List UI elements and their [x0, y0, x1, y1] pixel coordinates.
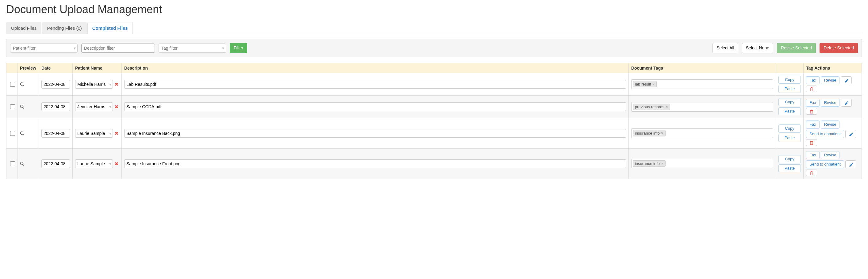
paste-button[interactable]: Paste — [778, 85, 801, 93]
magnifier-icon[interactable] — [20, 131, 36, 135]
date-input[interactable] — [41, 159, 70, 168]
delete-button[interactable] — [806, 139, 817, 146]
remove-tag-icon[interactable]: × — [661, 131, 663, 135]
table-row: ▾ ✖ insurance info × Copy Paste Fax Revi… — [6, 118, 862, 148]
clear-patient-icon[interactable]: ✖ — [114, 131, 119, 136]
table-row: ▾ ✖ previous records × Copy Paste Fax Re… — [6, 95, 862, 118]
patient-filter-input[interactable] — [10, 43, 78, 53]
tag-field[interactable]: previous records × — [631, 102, 773, 112]
chevron-down-icon: ▾ — [109, 161, 111, 166]
delete-selected-button[interactable]: Delete Selected — [819, 43, 858, 53]
select-all-button[interactable]: Select All — [713, 43, 738, 53]
revise-button[interactable]: Revise — [821, 121, 840, 128]
edit-button[interactable] — [841, 99, 852, 107]
tag-label: insurance info — [635, 161, 660, 166]
description-input[interactable] — [124, 80, 626, 89]
magnifier-icon[interactable] — [20, 104, 36, 109]
trash-icon — [809, 141, 814, 145]
edit-button[interactable] — [841, 76, 852, 84]
copy-button[interactable]: Copy — [778, 155, 801, 163]
delete-button[interactable] — [806, 108, 817, 115]
tag-field[interactable]: insurance info × — [631, 128, 773, 138]
tag-label: lab result — [635, 82, 651, 87]
description-input[interactable] — [124, 102, 626, 111]
delete-button[interactable] — [806, 86, 817, 92]
magnifier-icon[interactable] — [20, 82, 36, 87]
tag-chip[interactable]: lab result × — [633, 81, 657, 87]
col-actions: Tag Actions — [804, 63, 862, 73]
tab-1[interactable]: Pending Files (0) — [42, 22, 87, 34]
send-to-onpatient-button[interactable]: Send to onpatient — [806, 130, 844, 138]
col-date: Date — [39, 63, 73, 73]
tag-chip[interactable]: insurance info × — [633, 130, 665, 136]
col-copy — [776, 63, 804, 73]
remove-tag-icon[interactable]: × — [652, 82, 655, 87]
paste-button[interactable]: Paste — [778, 134, 801, 142]
remove-tag-icon[interactable]: × — [665, 104, 668, 109]
fax-button[interactable]: Fax — [806, 151, 819, 159]
paste-button[interactable]: Paste — [778, 107, 801, 115]
delete-button[interactable] — [806, 169, 817, 176]
chevron-down-icon: ▾ — [109, 104, 111, 109]
date-input[interactable] — [41, 80, 70, 89]
select-none-button[interactable]: Select None — [742, 43, 773, 53]
filter-bar: ▾ ▾ Filter Select All Select None Revise… — [6, 39, 862, 57]
copy-button[interactable]: Copy — [778, 124, 801, 132]
clear-patient-icon[interactable]: ✖ — [114, 82, 119, 87]
edit-button[interactable] — [845, 160, 856, 168]
patient-input[interactable] — [75, 80, 113, 89]
row-checkbox[interactable] — [10, 131, 15, 136]
row-checkbox[interactable] — [10, 161, 15, 166]
copy-button[interactable]: Copy — [778, 98, 801, 106]
fax-button[interactable]: Fax — [806, 99, 819, 107]
table-header-row: Preview Date Patient Name Description Do… — [6, 63, 862, 73]
send-to-onpatient-button[interactable]: Send to onpatient — [806, 160, 844, 168]
trash-icon — [809, 87, 814, 91]
tag-chip[interactable]: previous records × — [633, 104, 670, 110]
col-preview: Preview — [18, 63, 39, 73]
tag-filter-combo[interactable]: ▾ — [159, 43, 226, 53]
tab-2[interactable]: Completed Files — [87, 22, 133, 34]
tag-label: previous records — [635, 104, 664, 109]
remove-tag-icon[interactable]: × — [661, 161, 663, 166]
fax-button[interactable]: Fax — [806, 76, 819, 84]
patient-combo[interactable]: ▾ — [75, 129, 113, 138]
copy-button[interactable]: Copy — [778, 76, 801, 84]
revise-button[interactable]: Revise — [821, 99, 840, 107]
paste-button[interactable]: Paste — [778, 164, 801, 172]
patient-combo[interactable]: ▾ — [75, 80, 113, 89]
description-input[interactable] — [124, 129, 626, 138]
patient-input[interactable] — [75, 159, 113, 168]
tag-chip[interactable]: insurance info × — [633, 160, 665, 167]
revise-button[interactable]: Revise — [821, 151, 840, 159]
tag-field[interactable]: insurance info × — [631, 159, 773, 168]
pencil-icon — [849, 132, 853, 136]
row-checkbox[interactable] — [10, 104, 15, 109]
table-row: ▾ ✖ lab result × Copy Paste Fax Revise — [6, 73, 862, 95]
col-checkbox — [6, 63, 18, 73]
date-input[interactable] — [41, 129, 70, 138]
filter-button[interactable]: Filter — [230, 43, 247, 53]
clear-patient-icon[interactable]: ✖ — [114, 161, 119, 166]
patient-input[interactable] — [75, 129, 113, 138]
tag-field[interactable]: lab result × — [631, 80, 773, 89]
row-checkbox[interactable] — [10, 82, 15, 87]
date-input[interactable] — [41, 102, 70, 111]
pencil-icon — [844, 100, 848, 105]
revise-selected-button[interactable]: Revise Selected — [777, 43, 816, 53]
trash-icon — [809, 109, 814, 114]
edit-button[interactable] — [845, 130, 856, 138]
patient-filter-combo[interactable]: ▾ — [10, 43, 78, 53]
col-description: Description — [122, 63, 629, 73]
tab-0[interactable]: Upload Files — [6, 22, 41, 34]
fax-button[interactable]: Fax — [806, 121, 819, 128]
patient-combo[interactable]: ▾ — [75, 159, 113, 168]
tag-filter-input[interactable] — [159, 43, 226, 53]
description-filter-input[interactable] — [81, 43, 155, 53]
patient-combo[interactable]: ▾ — [75, 102, 113, 111]
description-input[interactable] — [124, 159, 626, 168]
patient-input[interactable] — [75, 102, 113, 111]
revise-button[interactable]: Revise — [821, 76, 840, 84]
magnifier-icon[interactable] — [20, 162, 36, 166]
clear-patient-icon[interactable]: ✖ — [114, 104, 119, 109]
